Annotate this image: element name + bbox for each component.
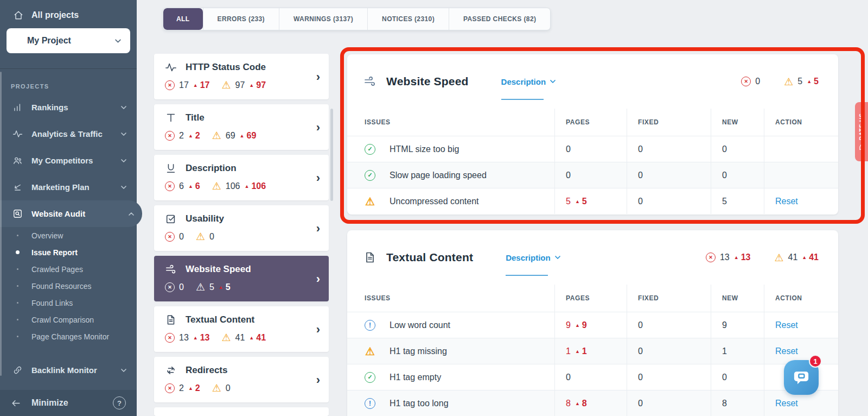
warning-icon bbox=[212, 181, 221, 191]
document-icon bbox=[363, 251, 376, 264]
chevron-down-icon bbox=[120, 104, 127, 111]
category-list: HTTP Status Code 17 17 97 97 › Title bbox=[154, 54, 329, 416]
reset-link[interactable]: Reset bbox=[775, 399, 798, 408]
sidebar-item-found-resources[interactable]: Found Resources bbox=[0, 278, 137, 294]
wind-icon bbox=[363, 75, 376, 88]
tab-errors[interactable]: ERRORS (233) bbox=[203, 8, 279, 30]
sidebar-scrollbar[interactable] bbox=[0, 72, 2, 376]
all-projects-label: All projects bbox=[31, 10, 79, 20]
category-card-redirects[interactable]: Redirects 2 2 0 › bbox=[154, 357, 329, 402]
redirect-icon bbox=[165, 364, 177, 376]
help-icon[interactable]: ? bbox=[113, 396, 126, 409]
table-row[interactable]: H1 tag empty 0 0 0 bbox=[347, 364, 838, 390]
warning-icon bbox=[196, 231, 205, 242]
panel-counters: 13 13 41 41 bbox=[706, 253, 819, 263]
description-toggle[interactable]: Description bbox=[506, 253, 561, 262]
table-header: ISSUES PAGES FIXED NEW ACTION bbox=[347, 285, 838, 312]
increase-badge: 69 bbox=[235, 131, 257, 141]
sidebar-item-issue-report[interactable]: Issue Report bbox=[0, 244, 137, 261]
increase-badge: 13 bbox=[730, 253, 751, 262]
category-card-usability[interactable]: Usability 0 0 › bbox=[154, 205, 329, 251]
chevron-down-icon bbox=[114, 37, 122, 45]
sidebar-item-found-links[interactable]: Found Links bbox=[0, 294, 137, 311]
sidebar-item-crawled-pages[interactable]: Crawled Pages bbox=[0, 261, 137, 278]
sidebar-item-analytics-traffic[interactable]: Analytics & Traffic bbox=[0, 121, 137, 147]
description-toggle[interactable]: Description bbox=[501, 77, 557, 86]
status-ok-icon bbox=[365, 144, 375, 155]
tab-all[interactable]: ALL bbox=[163, 8, 203, 30]
increase-badge: 41 bbox=[245, 333, 266, 343]
increase-badge: 9 bbox=[571, 320, 587, 330]
minimize-button[interactable]: Minimize bbox=[31, 398, 68, 408]
category-list-scrollbar[interactable] bbox=[330, 109, 333, 201]
increase-badge: 106 bbox=[240, 181, 266, 191]
rate-us-tab[interactable]: RATE US bbox=[855, 102, 868, 161]
chevron-right-icon: › bbox=[316, 122, 320, 134]
app-window: All projects My Project PROJECTS Ranking… bbox=[0, 0, 868, 416]
error-icon bbox=[165, 333, 175, 343]
table-row[interactable]: H1 tag too long 88 0 8 Reset bbox=[347, 390, 838, 416]
sidebar-item-rankings[interactable]: Rankings bbox=[0, 94, 137, 121]
issues-table: ISSUES PAGES FIXED NEW ACTION HTML size … bbox=[347, 109, 838, 214]
chevron-down-icon bbox=[120, 184, 127, 191]
category-card-textual-content[interactable]: Textual Content 13 13 41 41 › bbox=[154, 306, 329, 352]
sidebar-item-marketing-plan[interactable]: Marketing Plan bbox=[0, 174, 137, 200]
sidebar-item-backlink-monitor[interactable]: Backlink Monitor bbox=[0, 357, 137, 383]
error-icon bbox=[165, 131, 175, 141]
status-warning-icon bbox=[365, 196, 375, 207]
status-warning-icon bbox=[365, 346, 375, 357]
increase-badge: 5 bbox=[571, 197, 587, 206]
project-selector[interactable]: My Project bbox=[7, 28, 130, 53]
table-row[interactable]: Slow page loading speed 0 0 0 bbox=[347, 162, 838, 188]
sidebar-item-page-changes-monitor[interactable]: Page Changes Monitor bbox=[0, 328, 137, 345]
checkbox-icon bbox=[165, 213, 177, 225]
category-card-title[interactable]: Title 2 2 69 69 › bbox=[154, 104, 329, 150]
reset-link[interactable]: Reset bbox=[775, 320, 798, 330]
status-notice-icon bbox=[365, 398, 375, 409]
sidebar-item-my-competitors[interactable]: My Competitors bbox=[0, 147, 137, 174]
people-icon bbox=[11, 155, 24, 166]
all-projects-link[interactable]: All projects bbox=[0, 0, 137, 28]
table-row[interactable]: Low word count 99 0 9 Reset bbox=[347, 312, 838, 338]
tab-passed-checks[interactable]: PASSED CHECKS (82) bbox=[449, 8, 550, 30]
chat-widget-button[interactable]: 1 bbox=[784, 360, 819, 395]
category-card-http-status-code[interactable]: HTTP Status Code 17 17 97 97 › bbox=[154, 54, 329, 99]
issue-filter-tabs: ALL ERRORS (233) WARNINGS (3137) NOTICES… bbox=[163, 8, 551, 30]
category-card-description[interactable]: Description 6 6 106 106 › bbox=[154, 155, 329, 200]
next-category-card-partial[interactable] bbox=[154, 407, 329, 416]
tab-warnings[interactable]: WARNINGS (3137) bbox=[279, 8, 367, 30]
increase-badge: 97 bbox=[245, 80, 266, 90]
table-row[interactable]: H1 tag missing 11 0 1 Reset bbox=[347, 338, 838, 364]
sidebar-item-overview[interactable]: Overview bbox=[0, 227, 137, 244]
panel-title: Website Speed bbox=[386, 75, 469, 88]
increase-badge: 17 bbox=[189, 80, 210, 90]
chevron-down-icon bbox=[550, 78, 556, 85]
bullet-icon bbox=[11, 250, 24, 254]
increase-badge: 2 bbox=[184, 131, 200, 141]
increase-badge: 6 bbox=[184, 181, 200, 191]
marketing-plan-icon bbox=[11, 182, 24, 192]
reset-link[interactable]: Reset bbox=[775, 346, 798, 356]
chevron-right-icon: › bbox=[316, 223, 320, 235]
sidebar-item-website-audit[interactable]: Website Audit bbox=[0, 200, 142, 227]
sidebar-footer: Minimize ? bbox=[0, 390, 137, 416]
warning-icon bbox=[212, 130, 221, 141]
sidebar-item-crawl-comparison[interactable]: Crawl Comparison bbox=[0, 311, 137, 328]
chat-bubble-icon bbox=[792, 368, 810, 387]
increase-badge: 5 bbox=[802, 77, 819, 86]
table-row[interactable]: Uncompressed content 55 0 5 Reset bbox=[347, 188, 838, 214]
panel-title: Textual Content bbox=[386, 251, 473, 264]
reset-link[interactable]: Reset bbox=[775, 197, 798, 206]
bullet-icon bbox=[11, 302, 24, 304]
table-row[interactable]: HTML size too big 0 0 0 bbox=[347, 136, 838, 162]
tab-notices[interactable]: NOTICES (2310) bbox=[367, 8, 449, 30]
status-notice-icon bbox=[365, 320, 375, 331]
error-icon bbox=[165, 80, 175, 90]
chevron-right-icon: › bbox=[316, 273, 320, 285]
sidebar-divider bbox=[0, 68, 137, 69]
warning-icon bbox=[774, 253, 783, 263]
thumbs-up-icon bbox=[858, 143, 865, 150]
main-content: ALL ERRORS (233) WARNINGS (3137) NOTICES… bbox=[137, 0, 868, 416]
category-card-website-speed[interactable]: Website Speed 0 5 5 › bbox=[154, 256, 329, 301]
error-icon bbox=[741, 77, 751, 86]
